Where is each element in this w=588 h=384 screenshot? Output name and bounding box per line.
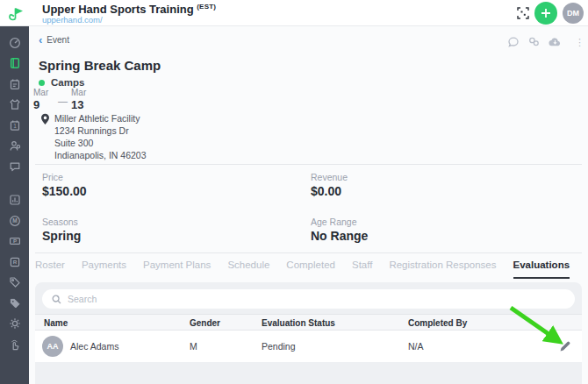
address-line: Indianapolis, IN 46203 (54, 149, 147, 161)
table-header: Name Gender Evaluation Status Completed … (35, 314, 582, 331)
svg-text:1: 1 (13, 123, 17, 129)
search-icon (52, 295, 61, 304)
memberships-circle-m-icon[interactable]: M (4, 210, 25, 231)
main-content: ‹ Event ⋮ Spring Break Camp Camps Mar 9 (29, 26, 588, 384)
edit-pencil-icon[interactable] (559, 340, 571, 352)
event-start-date: Mar 9 (33, 88, 56, 111)
category-dot-icon (39, 80, 45, 86)
app-url-link[interactable]: upperhand.com/ (42, 15, 103, 25)
event-tab-bar: Roster Payments Payment Plans Schedule C… (35, 260, 570, 279)
divider (35, 164, 582, 165)
resources-card-r-icon[interactable]: R (4, 252, 25, 273)
avatar: AA (42, 336, 63, 357)
seasons-value: Spring (42, 229, 81, 243)
table-row[interactable]: AA Alec Adams M Pending N/A (35, 331, 582, 362)
qr-scan-icon[interactable] (516, 6, 530, 20)
search-input[interactable] (68, 294, 506, 304)
address-line: Suite 300 (54, 137, 147, 149)
col-name: Name (44, 318, 68, 328)
user-avatar[interactable]: DM (563, 3, 584, 24)
date-range-dash: — (58, 96, 68, 106)
comment-icon[interactable] (506, 35, 520, 48)
tab-schedule[interactable]: Schedule (227, 260, 269, 279)
more-kebab-icon[interactable]: ⋮ (575, 40, 584, 44)
events-book-icon[interactable] (4, 53, 25, 75)
cloud-download-icon[interactable] (549, 35, 562, 48)
tab-registration-responses[interactable]: Registration Responses (389, 260, 496, 279)
seasons-label: Seasons (42, 217, 78, 227)
calendar-date-icon[interactable]: 1 (4, 115, 25, 136)
cell-completed-by: N/A (408, 331, 424, 362)
tab-payment-plans[interactable]: Payment Plans (143, 260, 211, 279)
retail-tag-icon[interactable] (4, 273, 25, 294)
event-action-bar: ⋮ (506, 35, 584, 48)
col-gender: Gender (190, 318, 220, 328)
revenue-label: Revenue (311, 172, 348, 182)
col-completed-by: Completed By (408, 318, 467, 328)
search-bar[interactable] (42, 289, 575, 309)
age-range-value: No Range (311, 229, 368, 243)
evaluations-panel: Name Gender Evaluation Status Completed … (35, 282, 582, 384)
link-icon[interactable] (527, 35, 541, 48)
coupons-tag-icon[interactable] (4, 293, 25, 314)
price-value: $150.00 (42, 184, 87, 198)
event-category: Camps (39, 77, 84, 88)
reports-bar-chart-icon[interactable] (4, 190, 25, 211)
marketing-hand-icon[interactable] (4, 334, 25, 355)
revenue-value: $0.00 (311, 184, 341, 198)
staff-jersey-icon[interactable] (4, 95, 25, 116)
clients-person-icon[interactable] (4, 136, 25, 157)
address-line: Miller Athletic Facility (54, 112, 147, 124)
registrations-clipboard-icon[interactable] (4, 74, 25, 95)
breadcrumb-back[interactable]: ‹ Event (39, 35, 69, 45)
event-title: Spring Break Camp (39, 58, 161, 73)
cell-gender: M (190, 331, 197, 362)
add-button[interactable] (534, 2, 557, 25)
settings-gear-icon[interactable] (4, 314, 25, 335)
start-month: Mar (33, 88, 56, 97)
event-end-date: Mar 13 (71, 88, 94, 111)
svg-text:R: R (12, 259, 17, 265)
upper-hand-logo-icon[interactable] (7, 4, 26, 23)
credit-passes-ticket-p-icon[interactable]: P (4, 231, 25, 252)
plus-icon (541, 8, 551, 18)
start-day: 9 (33, 98, 56, 111)
end-month: Mar (71, 88, 94, 97)
cell-name: Alec Adams (70, 331, 118, 362)
messages-chat-icon[interactable] (4, 156, 25, 177)
tab-roster[interactable]: Roster (35, 260, 65, 279)
address-line: 1234 Runnings Dr (54, 124, 147, 137)
divider (35, 252, 582, 253)
end-day: 13 (71, 98, 94, 111)
dashboard-gauge-icon[interactable] (4, 32, 25, 53)
tab-evaluations[interactable]: Evaluations (513, 260, 570, 279)
price-label: Price (42, 172, 63, 182)
category-label: Camps (51, 77, 84, 88)
svg-text:P: P (12, 238, 16, 245)
breadcrumb-label: Event (47, 35, 69, 45)
location-pin-icon (40, 113, 50, 129)
tab-completed[interactable]: Completed (286, 260, 335, 279)
age-range-label: Age Range (311, 217, 357, 227)
top-header: Upper Hand Sports Training (EST) upperha… (0, 0, 588, 26)
tab-payments[interactable]: Payments (82, 260, 126, 279)
cell-status: Pending (262, 331, 296, 362)
timezone-suffix: (EST) (197, 3, 216, 11)
svg-text:M: M (12, 217, 17, 224)
col-evaluation-status: Evaluation Status (262, 318, 335, 328)
tab-staff[interactable]: Staff (352, 260, 372, 279)
event-address: Miller Athletic Facility 1234 Runnings D… (54, 112, 147, 161)
sidebar-nav: 1 M P R (0, 26, 29, 384)
chevron-left-icon: ‹ (39, 36, 42, 45)
